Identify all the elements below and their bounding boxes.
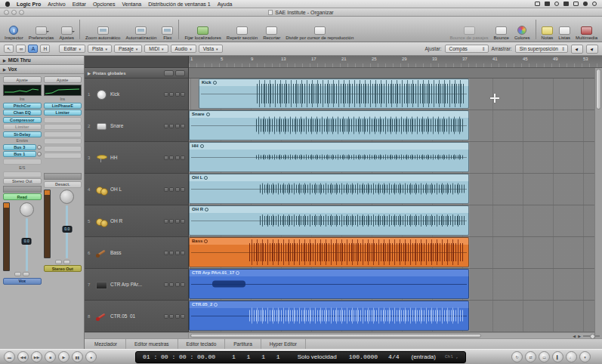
plugin-slot-limiter-bypassed[interactable]: Limiter — [3, 124, 42, 130]
view-menu[interactable]: Vista▾ — [199, 45, 223, 53]
vertical-scrollbar[interactable] — [594, 68, 602, 338]
track-header-ctr05[interactable]: 8 CTR.05_01 — [85, 301, 189, 332]
zoom-in-icon[interactable]: ▶ — [578, 334, 581, 338]
global-tracks-header[interactable]: ▶ Pistas globales — [85, 68, 189, 79]
track-header-kick[interactable]: 1 Kick — [85, 79, 189, 110]
menu-archivo[interactable]: Archivo — [48, 2, 65, 7]
send-slot-bus3[interactable]: Bus 3 — [3, 144, 36, 150]
menu-opciones[interactable]: Opciones — [93, 2, 116, 7]
output-slot[interactable]: Stereo Out — [3, 178, 42, 184]
send-slot-bus1[interactable]: Bus 1 — [3, 151, 36, 157]
inspector-button[interactable]: i Inspector — [5, 26, 23, 40]
channel-setting-button[interactable]: Ajuste — [44, 76, 82, 83]
mute-button[interactable] — [169, 219, 174, 224]
solo-mode-button[interactable]: ▌ — [552, 351, 563, 362]
solo-button[interactable] — [175, 314, 180, 319]
region-ctr05[interactable]: CTR.05_2 — [189, 301, 469, 331]
track-header-ctr-arp[interactable]: 7 CTR Arp PAr... — [85, 269, 189, 301]
zoom-out-icon[interactable]: ◀ — [573, 334, 576, 338]
record-enable-button[interactable] — [164, 92, 168, 97]
send-knob[interactable] — [37, 145, 42, 150]
plugin-slot-chaneq[interactable]: Chan EQ — [3, 110, 42, 116]
solo-button[interactable] — [23, 272, 29, 276]
lists-button[interactable]: Listas — [558, 26, 570, 40]
flex-button[interactable]: Flex — [162, 26, 173, 40]
drag-select[interactable]: Sin superposición⇕ — [515, 45, 568, 53]
bar-position[interactable]: 1 1 1 1 — [232, 353, 284, 360]
volume-value[interactable]: 0.0 — [62, 226, 72, 233]
set-locators-button[interactable]: Fijar localizadores — [184, 26, 221, 40]
channel-setting-button[interactable]: Ajuste — [3, 76, 42, 83]
window-title-bar[interactable]: SAE Institute - Organizar — [0, 8, 602, 17]
zoom-slider[interactable] — [583, 335, 600, 337]
freeze-button[interactable] — [181, 187, 185, 192]
spotlight-icon[interactable] — [592, 2, 597, 6]
eq-thumbnail-display[interactable] — [3, 85, 42, 96]
record-enable-button[interactable] — [164, 251, 168, 255]
metronome-button[interactable]: ♩ — [566, 351, 577, 362]
colors-button[interactable]: Colores — [514, 26, 530, 40]
horizontal-scrollbar[interactable] — [189, 333, 555, 338]
plugin-slot-pitchcor[interactable]: PitchCor — [3, 103, 42, 109]
mute-button[interactable] — [169, 124, 174, 128]
global-tracks-button[interactable] — [175, 70, 185, 76]
hierarchy-button[interactable]: H — [40, 45, 50, 53]
freeze-button[interactable] — [181, 282, 185, 287]
battery-icon[interactable] — [573, 2, 579, 6]
track-header-ohr[interactable]: 5 OH R — [85, 205, 189, 237]
plugin-slot-linphaseeq[interactable]: LinPhaseE — [44, 103, 82, 109]
volume-icon[interactable] — [563, 2, 569, 6]
freeze-button[interactable] — [181, 124, 185, 128]
track-header-hh[interactable]: 3 HH — [85, 142, 189, 174]
track-lane[interactable]: Snare — [189, 110, 602, 142]
track-lane[interactable]: OH R — [189, 205, 602, 237]
repeat-section-button[interactable]: Repetir sección — [227, 26, 258, 40]
midi-menu[interactable]: MIDI▾ — [144, 45, 168, 53]
region-ohl[interactable]: OH L — [189, 174, 469, 204]
cycle-button[interactable]: ↻ — [511, 351, 523, 362]
group-slot[interactable] — [44, 173, 82, 180]
command-click-tool-button[interactable]: ► — [586, 45, 598, 54]
catch-playhead-button[interactable]: A — [28, 45, 38, 53]
mute-button[interactable] — [169, 187, 174, 192]
menu-ventana[interactable]: Ventana — [122, 2, 142, 7]
volume-fader[interactable]: 0.0 — [26, 218, 28, 271]
automation-mode-button[interactable]: Read — [3, 193, 42, 200]
plugin-slot-empty[interactable] — [44, 117, 82, 123]
eq-thumbnail-display[interactable] — [44, 85, 82, 96]
menu-distribucion[interactable]: Distribución de ventanas 1 — [148, 2, 211, 7]
region-ctr-arp[interactable]: CTR Arp PArt.01_17 — [189, 269, 469, 299]
back-button[interactable]: ↖ — [4, 45, 14, 53]
send-knob[interactable] — [37, 152, 42, 156]
record-enable-button[interactable] — [164, 156, 168, 160]
link-button[interactable]: ∞ — [16, 45, 26, 53]
automation-mode-button[interactable]: Desact. — [44, 181, 82, 188]
tab-mixer[interactable]: Mezclador — [86, 339, 126, 349]
replace-button[interactable]: ▭ — [539, 351, 550, 362]
track-lane[interactable]: CTR Arp PArt.01_17 — [189, 269, 602, 301]
track-header-ohl[interactable]: 4 OH L — [85, 174, 189, 205]
solo-button[interactable] — [175, 282, 180, 287]
mute-button[interactable] — [169, 92, 174, 97]
plugin-slot-empty[interactable] — [44, 153, 82, 159]
group-slot[interactable] — [3, 186, 42, 193]
solo-button[interactable] — [175, 156, 180, 160]
record-enable-button[interactable] — [164, 314, 168, 319]
time-signature[interactable]: 4/4 — [388, 353, 399, 360]
mute-button[interactable] — [169, 251, 174, 255]
send-slot-empty[interactable] — [3, 159, 42, 165]
plugin-slot-empty[interactable] — [44, 124, 82, 130]
solo-button[interactable] — [175, 187, 180, 192]
solo-button[interactable] — [175, 92, 180, 97]
clock-icon[interactable] — [583, 2, 588, 6]
edit-menu[interactable]: Editar▾ — [59, 45, 85, 53]
track-lane[interactable]: Bass — [189, 237, 602, 269]
record-button[interactable]: ● — [85, 351, 97, 362]
audio-menu[interactable]: Audio▾ — [171, 45, 196, 53]
pause-button[interactable]: ▮▮ — [72, 351, 83, 362]
bar-ruler[interactable]: 1 5 9 13 17 21 25 29 33 37 41 45 49 53 — [189, 56, 602, 68]
left-click-tool-button[interactable]: ► — [571, 45, 583, 54]
plugin-slot-stdelay[interactable]: St-Delay — [3, 131, 42, 137]
mute-button[interactable] — [55, 260, 62, 264]
pan-knob[interactable] — [60, 190, 74, 204]
